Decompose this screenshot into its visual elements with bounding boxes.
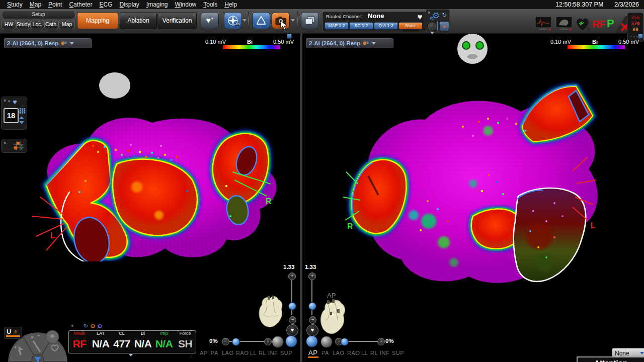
left-viewport-title[interactable]: 2-AI (2664, 0) Resp (4, 38, 92, 48)
zoom-out-button[interactable]: − (289, 316, 296, 324)
snapshot-dropdown-chevron-icon[interactable] (291, 19, 295, 22)
map-menu-chevron-icon[interactable] (372, 42, 376, 45)
undo-warning-badge[interactable]: U ⚠ (4, 327, 22, 339)
close-icon[interactable]: × (428, 11, 430, 15)
orient-ll[interactable]: LL (250, 350, 257, 356)
setup-hw-button[interactable]: HW (2, 20, 16, 29)
close-icon[interactable]: × (4, 99, 6, 103)
zoom-out-button[interactable]: − (309, 316, 316, 324)
left-atrium-map-3d-view[interactable]: R L (10, 65, 292, 261)
pan-plus-button[interactable]: + (264, 338, 272, 345)
dots-grid-icon[interactable] (14, 141, 24, 150)
orient-pa[interactable]: PA (211, 350, 218, 356)
pan-slider-handle[interactable] (341, 338, 349, 346)
zoom-in-button[interactable]: + (308, 273, 316, 280)
orient-rl[interactable]: RL (370, 350, 378, 356)
orient-sphere-button[interactable] (285, 335, 297, 347)
menu-display[interactable]: Display (119, 1, 139, 8)
panel-expand-chevron-icon[interactable] (129, 354, 133, 356)
add-acquisition-button[interactable]: ♥+ (201, 12, 219, 29)
orient-lao[interactable]: LAO (333, 350, 345, 356)
tab-verification[interactable]: Verification (157, 12, 197, 29)
heart-orientation-model[interactable] (317, 298, 348, 336)
channel-sc12-button[interactable]: SC 1-2 (349, 22, 373, 30)
menu-imaging[interactable]: Imaging (146, 1, 168, 8)
mini-panel-chevron-icon[interactable] (430, 32, 434, 34)
right-atrium-map-3d-view[interactable]: R L (322, 70, 614, 292)
channel-qa12-button[interactable]: Q-A 1-2 (374, 22, 398, 30)
setup-loc-button[interactable]: Loc. (31, 20, 44, 29)
gear-orange-icon[interactable]: ⚙ (90, 323, 96, 330)
menu-map[interactable]: Map (30, 1, 41, 8)
map-menu-chevron-icon[interactable] (70, 42, 74, 45)
orient-sphere-button[interactable] (306, 335, 318, 347)
close-icon[interactable]: × (71, 324, 73, 328)
orient-pa[interactable]: PA (321, 350, 329, 356)
zoom-in-button[interactable]: + (288, 273, 296, 280)
right-viewport-title[interactable]: 2-AI (2664, 0) Resp (306, 38, 393, 48)
redo-icon[interactable]: ↻ (442, 12, 447, 19)
menu-ecg[interactable]: ECG (99, 1, 112, 8)
menu-help[interactable]: Help (224, 1, 237, 8)
resize-grip[interactable]: ⋮⋮ (441, 30, 450, 34)
viewport-menu-icon[interactable] (287, 34, 292, 39)
orient-ll[interactable]: LL (361, 350, 368, 356)
menu-window[interactable]: Window (175, 1, 197, 8)
setup-map-button[interactable]: Map (59, 20, 75, 29)
menu-study[interactable]: Study (7, 1, 23, 8)
setup-cath-button[interactable]: Cath. (44, 20, 59, 29)
orient-rao[interactable]: RAO (236, 350, 249, 356)
orient-inf[interactable]: INF (268, 350, 278, 356)
location-compass-button[interactable]: BS (224, 12, 242, 29)
menu-tools[interactable]: Tools (203, 1, 217, 8)
tab-ablation[interactable]: Ablation (120, 12, 157, 29)
increment-chevron-icon[interactable] (19, 116, 24, 119)
pan-minus-button[interactable]: − (222, 338, 229, 345)
routed-channel-value[interactable]: None (368, 12, 384, 20)
orient-inf[interactable]: INF (380, 350, 389, 356)
heart-orientation-model[interactable] (256, 294, 285, 330)
readout-value: 80 (627, 27, 643, 33)
setup-study-button[interactable]: Study (16, 20, 31, 29)
abl-value-lat: N/A (90, 336, 111, 351)
menu-point[interactable]: Point (48, 1, 62, 8)
sphere-toggle-icon[interactable] (428, 23, 436, 30)
gear-small-icon[interactable]: ⚙ (429, 16, 434, 22)
color-scale-bar[interactable] (568, 45, 625, 49)
gear-blue-icon[interactable]: ⚙ (97, 323, 103, 330)
viewport-menu-icon[interactable] (638, 34, 643, 39)
screen-layout-button[interactable] (301, 12, 319, 29)
zoom-slider-handle[interactable] (308, 302, 316, 310)
orient-rl[interactable]: RL (259, 350, 266, 356)
close-icon[interactable]: × (4, 141, 6, 145)
compass-dropdown-chevron-icon[interactable] (243, 19, 247, 22)
monitor-ecg-icon[interactable]: x (534, 16, 553, 31)
zoom-slider-handle[interactable] (288, 302, 296, 310)
decrement-chevron-icon[interactable] (19, 121, 24, 124)
orient-sup[interactable]: SUP (392, 350, 404, 356)
pan-plus-button[interactable]: + (377, 338, 385, 345)
reset-view-heart-button[interactable]: ♥ (286, 324, 298, 336)
beat-counter[interactable]: 18 (4, 108, 19, 123)
tab-mapping[interactable]: Mapping (77, 12, 118, 29)
rotate-sphere-button[interactable] (272, 336, 284, 348)
right-vein-label: L (591, 221, 596, 230)
rotate-sphere-button[interactable] (320, 336, 333, 348)
monitor-map-icon[interactable]: x (555, 16, 574, 31)
viewport-divider[interactable] (300, 33, 302, 362)
channel-none-button[interactable]: None (398, 22, 423, 30)
orient-sup[interactable]: SUP (280, 350, 292, 356)
channel-map12-button[interactable]: MAP 1-2 (325, 22, 349, 30)
redo-icon[interactable]: ↻ (84, 323, 88, 329)
orient-ap-selected[interactable]: AP (308, 349, 317, 356)
resize-grip[interactable]: ⋰ (189, 354, 194, 358)
pan-slider-handle[interactable] (232, 338, 240, 346)
grid-icon[interactable] (20, 108, 25, 114)
color-scale-bar[interactable] (223, 45, 280, 49)
heart-signal-icon[interactable] (574, 17, 591, 32)
orient-rao[interactable]: RAO (347, 350, 360, 356)
menu-catheter[interactable]: Catheter (69, 1, 92, 8)
orient-lao[interactable]: LAO (222, 350, 234, 356)
orient-ap[interactable]: AP (200, 350, 208, 356)
field-scaling-button[interactable] (252, 12, 270, 29)
